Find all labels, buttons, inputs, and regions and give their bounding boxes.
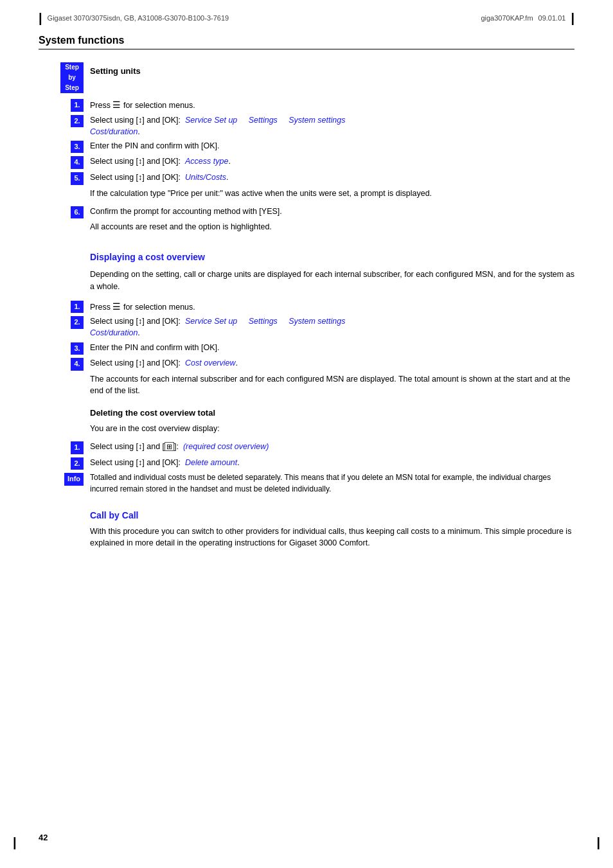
step-row-5: 5. Select using [↕] and [OK]: Units/Cost… [39,172,574,185]
date: 09.01.01 [538,14,566,22]
step-row-2: 2. Select using [↕] and [OK]: Service Se… [39,114,574,137]
filename: giga3070KAP.fm [481,14,533,22]
info-text: Totalled and individual costs must be de… [90,472,574,495]
deleting-cost-heading: Deleting the cost overview total [90,408,574,418]
disp-step-1-text: Press ☰ for selection menus. [90,300,574,313]
step-5-badge: 5. [71,172,84,185]
setting-units-heading: Setting units [90,66,574,76]
disp-step-2-tab1: Settings [249,317,278,326]
bottom-left-pipe: | [13,836,17,849]
step-2-tab1: Settings [249,116,278,125]
doc-info: Gigaset 3070/3075isdn, GB, A31008-G3070-… [48,14,229,22]
setting-units-note2: All accounts are reset and the option is… [90,221,574,233]
step-2-link1: Service Set up [185,116,237,125]
step-2-badge: 2. [71,115,84,128]
step-row-4: 4. Select using [↕] and [OK]: Access typ… [39,155,574,169]
header-meta: | Gigaset 3070/3075isdn, GB, A31008-G307… [39,0,574,28]
del-step-1-badge: 1. [71,441,84,454]
step-1-text: Press ☰ for selection menus. [90,98,574,111]
step-2-newline-link: Cost/duration [90,127,138,136]
step-5-link: Units/Costs [185,173,226,182]
step-5-text: Select using [↕] and [OK]: Units/Costs. [90,172,574,183]
deleting-cost-desc: You are in the cost overview display: [90,423,574,434]
disp-step-row-4: 4. Select using [↕] and [OK]: Cost overv… [39,357,574,371]
step-4-text: Select using [↕] and [OK]: Access type. [90,155,574,167]
section-title: System functions [39,35,574,49]
disp-step-row-2: 2. Select using [↕] and [OK]: Service Se… [39,315,574,339]
del-step-2-link: Delete amount [185,458,237,467]
info-note: Info Totalled and individual costs must … [39,472,574,495]
displaying-cost-note: The accounts for each internal subscribe… [90,373,574,396]
step-4-badge: 4. [71,156,84,169]
disp-step-2-tab2: System settings [289,317,345,326]
info-badge: Info [64,473,84,486]
del-step-2-badge: 2. [71,457,84,470]
right-pipe: | [571,12,574,24]
disp-step-2-badge: 2. [71,316,84,329]
disp-step-4-link: Cost overview [185,359,236,368]
displaying-cost-desc: Depending on the setting, call or charge… [90,269,574,292]
disp-step-2-newline-link: Cost/duration [90,328,138,337]
del-step-1-text: Select using [↕] and [⊞]: (required cost… [90,441,574,452]
del-step-row-2: 2. Select using [↕] and [OK]: Delete amo… [39,457,574,470]
step-3-badge: 3. [71,141,84,154]
callbycall-heading: Call by Call [90,510,574,520]
setting-units-note1: If the calculation type "Price per unit:… [90,188,574,199]
disp-step-4-text: Select using [↕] and [OK]: Cost overview… [90,357,574,369]
bottom-pipes: | | [13,836,600,849]
disp-step-1-badge: 1. [71,301,84,314]
step-6-text: Confirm the prompt for accounting method… [90,206,574,217]
step-4-link: Access type [185,157,228,166]
del-step-1-link: (required cost overview) [183,442,269,451]
disp-step-row-1: 1. Press ☰ for selection menus. [39,300,574,314]
disp-step-3-text: Enter the PIN and confirm with [OK]. [90,342,574,353]
header-meta-right: giga3070KAP.fm 09.01.01 | [481,12,574,24]
callbycall-desc: With this procedure you can switch to ot… [90,526,574,549]
disp-step-row-3: 3. Enter the PIN and confirm with [OK]. [39,342,574,355]
step-1-badge: 1. [71,99,84,112]
del-step-row-1: 1. Select using [↕] and [⊞]: (required c… [39,441,574,454]
disp-step-3-badge: 3. [71,342,84,355]
bottom-right-pipe: | [596,836,600,849]
step-by-step-badge: Step by Step [60,62,84,93]
step-6-badge: 6. [71,206,84,219]
disp-step-2-link1: Service Set up [185,317,237,326]
step-2-text: Select using [↕] and [OK]: Service Set u… [90,114,574,137]
del-step-2-text: Select using [↕] and [OK]: Delete amount… [90,457,574,468]
disp-step-2-text: Select using [↕] and [OK]: Service Set u… [90,315,574,339]
step-row-3: 3. Enter the PIN and confirm with [OK]. [39,140,574,154]
step-2-tab2: System settings [289,116,345,125]
step-row-1: 1. Press ☰ for selection menus. [39,98,574,112]
page-container: | Gigaset 3070/3075isdn, GB, A31008-G307… [0,0,613,868]
step-row-6: 6. Confirm the prompt for accounting met… [39,206,574,219]
left-pipe: | [39,12,42,24]
step-step-label: Step [60,83,84,93]
step-label: Step [60,62,84,73]
disp-step-4-badge: 4. [71,358,84,371]
step-3-text: Enter the PIN and confirm with [OK]. [90,140,574,152]
step-by-label: by [60,73,84,83]
displaying-cost-heading: Displaying a cost overview [90,252,574,262]
header-meta-left: | Gigaset 3070/3075isdn, GB, A31008-G307… [39,12,229,24]
